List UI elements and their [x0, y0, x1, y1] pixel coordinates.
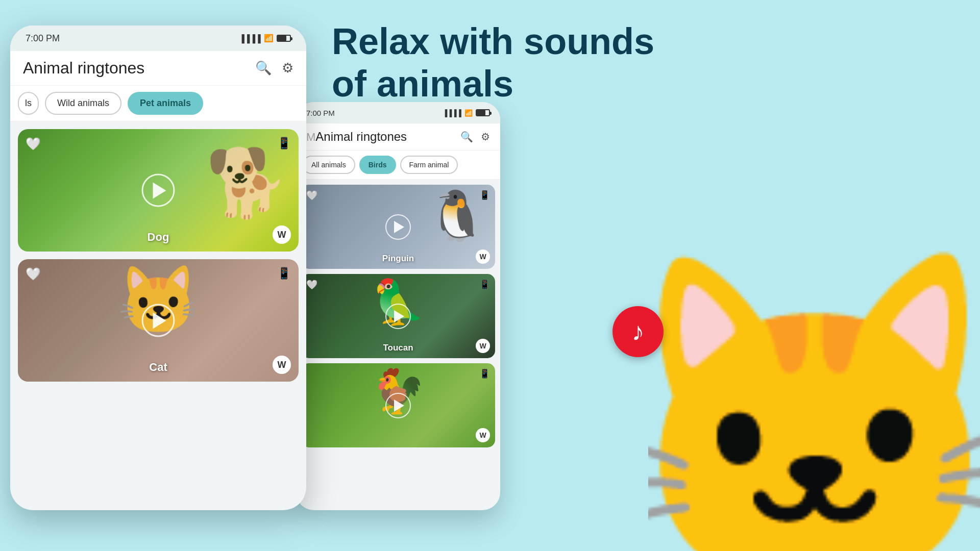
dog-image: 🐕: [206, 144, 288, 222]
cat-ringtone-icon[interactable]: 📱: [277, 267, 291, 280]
chicken-ringtone-icon[interactable]: 📱: [479, 368, 490, 379]
phone2-tabs: All animals Birds Farm animal: [296, 151, 500, 180]
wifi-icon: 📶: [264, 34, 274, 43]
headline-line2: of animals: [332, 63, 513, 104]
tab-all-animals[interactable]: All animals: [302, 156, 355, 174]
phone2-content: 🐧 🤍 📱 Pinguin W 🦜 🤍 📱 Toucan W: [296, 180, 500, 453]
penguin-heart-icon[interactable]: 🤍: [306, 190, 317, 201]
phone1-status-icons: ▐▐▐▐ 📶: [239, 34, 291, 43]
play-triangle2-icon: [394, 221, 404, 233]
play-triangle-icon: [153, 182, 166, 198]
gear-icon[interactable]: ⚙: [282, 60, 293, 76]
phone1: 7:00 PM ▐▐▐▐ 📶 Animal ringtones 🔍 ⚙ ls W…: [10, 26, 306, 510]
phone2-header: MAnimal ringtones 🔍 ⚙: [296, 123, 500, 151]
cat-emoji: 🐱: [648, 260, 980, 551]
battery-icon: [277, 35, 291, 42]
tab-partial[interactable]: ls: [18, 92, 39, 115]
tab-wild-animals[interactable]: Wild animals: [45, 92, 121, 115]
penguin-w-badge: W: [476, 249, 490, 264]
cat-card[interactable]: 🐱 🤍 📱 Cat W: [18, 259, 299, 382]
signal-icon2: ▐▐▐▐: [443, 109, 461, 117]
phone1-tabs: ls Wild animals Pet animals: [10, 86, 306, 121]
play-triangle2-icon: [394, 310, 404, 322]
music-icon[interactable]: ♪: [612, 306, 664, 357]
phone2-header-icons: 🔍 ⚙: [460, 131, 490, 143]
tab-pet-animals[interactable]: Pet animals: [128, 92, 203, 115]
penguin-ringtone-icon[interactable]: 📱: [479, 190, 490, 201]
toucan-card[interactable]: 🦜 🤍 📱 Toucan W: [301, 274, 495, 358]
cat-decoration: 🐱: [648, 41, 980, 551]
signal-icon: ▐▐▐▐: [239, 34, 261, 43]
cat-heart-icon[interactable]: 🤍: [26, 267, 41, 281]
dog-card[interactable]: 🐕 🤍 📱 Dog W: [18, 129, 299, 252]
phone2-status-icons: ▐▐▐▐ 📶: [443, 109, 490, 117]
phone1-content: 🐕 🤍 📱 Dog W 🐱 🤍 📱 Cat W: [10, 121, 306, 389]
toucan-w-badge: W: [476, 339, 490, 353]
penguin-image: 🐧: [427, 187, 487, 244]
play-triangle2-icon: [394, 399, 404, 412]
penguin-play-button[interactable]: [385, 214, 411, 240]
gear-icon2[interactable]: ⚙: [481, 131, 490, 143]
search-icon[interactable]: 🔍: [255, 60, 272, 76]
phone2-title: MAnimal ringtones: [306, 130, 407, 144]
phone1-title: Animal ringtones: [23, 59, 144, 78]
wifi-icon2: 📶: [464, 109, 473, 117]
search-icon2[interactable]: 🔍: [460, 131, 473, 143]
battery-icon2: [476, 109, 490, 116]
play-triangle-icon: [153, 312, 166, 329]
phone1-time: 7:00 PM: [26, 33, 60, 44]
phone1-header-icons: 🔍 ⚙: [255, 60, 293, 76]
penguin-label: Pinguin: [382, 254, 414, 264]
toucan-label: Toucan: [383, 343, 413, 353]
cat-play-button[interactable]: [142, 304, 175, 337]
toucan-heart-icon[interactable]: 🤍: [306, 279, 317, 290]
dog-label: Dog: [148, 231, 169, 244]
chicken-w-badge: W: [476, 428, 490, 442]
dog-heart-icon[interactable]: 🤍: [26, 137, 41, 151]
penguin-card[interactable]: 🐧 🤍 📱 Pinguin W: [301, 185, 495, 269]
headline: Relax with sounds of animals: [332, 20, 674, 105]
phone1-status-bar: 7:00 PM ▐▐▐▐ 📶: [10, 26, 306, 51]
phone2-time: 7:00 PM: [306, 109, 335, 117]
dog-w-badge: W: [273, 226, 291, 244]
dog-play-button[interactable]: [142, 174, 175, 207]
tab-farm-animals[interactable]: Farm animal: [400, 156, 458, 174]
music-note-icon: ♪: [632, 317, 645, 346]
cat-w-badge: W: [273, 356, 291, 374]
chicken-card[interactable]: 🐓 📱 W: [301, 363, 495, 447]
phone2: 7:00 PM ▐▐▐▐ 📶 MAnimal ringtones 🔍 ⚙ All…: [296, 102, 500, 510]
phone2-status-bar: 7:00 PM ▐▐▐▐ 📶: [296, 102, 500, 123]
headline-line1: Relax with sounds: [332, 21, 654, 62]
dog-ringtone-icon[interactable]: 📱: [277, 137, 291, 150]
tab-birds[interactable]: Birds: [359, 156, 396, 174]
cat-label: Cat: [149, 361, 167, 374]
phone1-header: Animal ringtones 🔍 ⚙: [10, 51, 306, 86]
chicken-play-button[interactable]: [385, 393, 411, 418]
toucan-play-button[interactable]: [385, 304, 411, 329]
toucan-ringtone-icon[interactable]: 📱: [479, 279, 490, 290]
